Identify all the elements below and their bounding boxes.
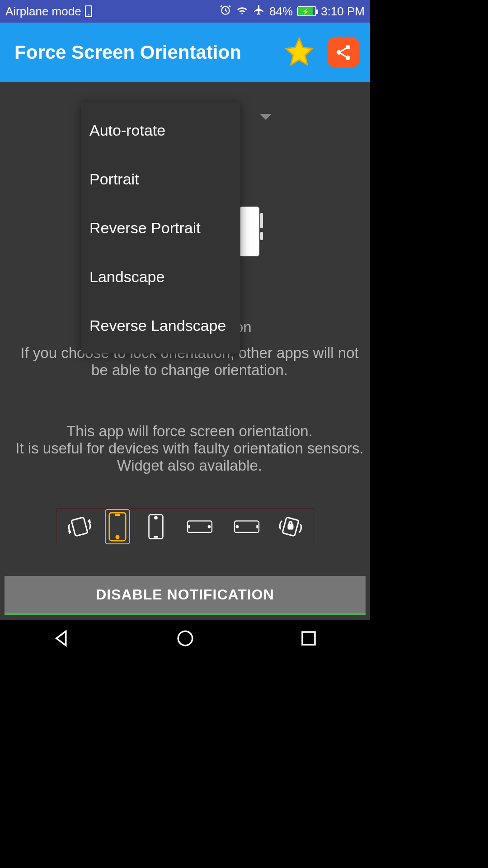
svg-point-12 (208, 526, 211, 528)
airplane-icon (253, 4, 265, 19)
svg-rect-7 (116, 514, 119, 515)
dropdown-item-reverse-portrait[interactable]: Reverse Portrait (81, 203, 240, 252)
status-time: 3:10 PM (321, 5, 365, 19)
reverse-portrait-icon[interactable] (141, 512, 170, 541)
svg-rect-20 (302, 632, 315, 645)
landscape-icon[interactable] (182, 512, 218, 541)
navigation-bar (0, 620, 370, 658)
dropdown-item-portrait[interactable]: Portrait (81, 155, 240, 203)
svg-point-19 (178, 631, 192, 646)
battery-percent: 84% (269, 5, 293, 19)
svg-point-3 (346, 56, 350, 60)
app-bar: Force Screen Orientation (0, 23, 370, 82)
svg-point-2 (337, 50, 341, 55)
share-button[interactable] (328, 37, 359, 68)
recents-button[interactable] (299, 629, 318, 650)
reverse-landscape-icon[interactable] (229, 512, 265, 541)
svg-point-15 (236, 526, 239, 528)
app-description: This app will force screen orientation. … (5, 423, 370, 474)
alarm-icon (220, 4, 231, 19)
back-button[interactable] (52, 629, 71, 650)
svg-rect-13 (189, 526, 190, 528)
chevron-down-icon[interactable] (260, 114, 272, 120)
svg-point-9 (155, 517, 157, 519)
airplane-mode-label: Airplane mode (5, 5, 81, 19)
auto-rotate-lock-icon[interactable] (276, 512, 305, 541)
auto-rotate-icon[interactable] (65, 512, 94, 541)
dropdown-item-landscape[interactable]: Landscape (81, 252, 240, 301)
svg-rect-18 (288, 524, 293, 529)
disable-notification-button[interactable]: DISABLE NOTIFICATION (5, 576, 366, 615)
svg-rect-10 (155, 536, 158, 537)
wifi-icon (236, 5, 249, 19)
svg-point-6 (116, 536, 119, 538)
battery-icon: ⚡ (297, 6, 316, 16)
main-content: on If you choose to lock orientation, ot… (0, 82, 370, 620)
orientation-dropdown: Auto-rotate Portrait Reverse Portrait La… (81, 102, 240, 354)
app-title: Force Screen Orientation (14, 42, 241, 63)
svg-rect-4 (71, 517, 88, 536)
device-illustration (239, 207, 259, 256)
svg-rect-16 (257, 526, 258, 528)
status-bar: Airplane mode 84% ⚡ 3:10 PM (0, 0, 370, 23)
favorite-star-icon[interactable] (283, 36, 315, 69)
dropdown-item-auto-rotate[interactable]: Auto-rotate (81, 106, 240, 155)
dropdown-item-reverse-landscape[interactable]: Reverse Landscape (81, 301, 240, 350)
portrait-icon[interactable] (105, 509, 130, 544)
svg-point-1 (346, 45, 350, 49)
phone-icon (85, 5, 92, 17)
orientation-icon-row (56, 508, 314, 545)
home-button[interactable] (176, 629, 195, 650)
